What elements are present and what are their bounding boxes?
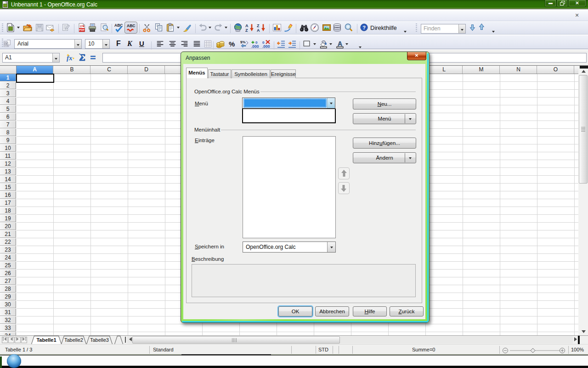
svg-text:A: A [338, 40, 342, 47]
svg-text:A: A [245, 23, 249, 28]
svg-text:PDF: PDF [79, 28, 85, 31]
svg-text:?: ? [362, 25, 366, 30]
svg-text:Z: Z [257, 23, 260, 28]
svg-text:$%: $% [240, 40, 246, 44]
svg-text:Z: Z [245, 28, 248, 32]
svg-text:.000: .000 [262, 44, 270, 49]
svg-text:A: A [257, 28, 260, 32]
svg-text:.000: .000 [251, 44, 259, 49]
svg-text:ABC: ABC [127, 23, 135, 28]
